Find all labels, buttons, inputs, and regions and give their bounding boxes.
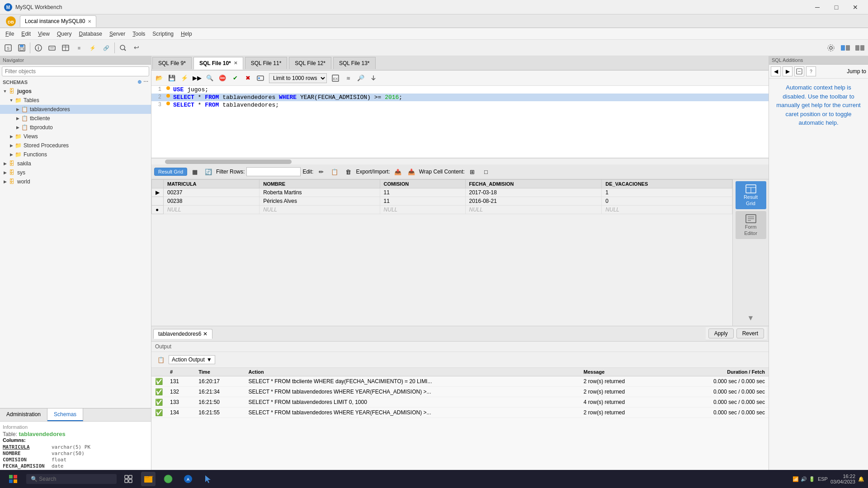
delete-row-btn[interactable]: 🗑 (342, 166, 354, 178)
tree-item-sys[interactable]: 🗄 sys (0, 168, 151, 177)
col-header-fecha[interactable]: FECHA_ADMISION (465, 180, 602, 188)
import-btn[interactable]: 📥 (406, 166, 417, 178)
rs-forward-btn[interactable]: ▶ (783, 66, 793, 76)
action-output-icon[interactable]: 📋 (155, 354, 167, 366)
taskbar-cursor-icon[interactable] (201, 472, 215, 486)
cell-comision-1[interactable]: 11 (380, 188, 465, 197)
sql-tab-12[interactable]: SQL File 12* (289, 57, 331, 69)
minimize-button[interactable]: ─ (808, 1, 826, 14)
side-panel-scroll-down[interactable]: ▼ (745, 312, 756, 324)
h-scrollbar[interactable] (151, 158, 769, 164)
cell-comision-3[interactable]: NULL (380, 206, 465, 214)
filter-input[interactable] (2, 66, 149, 76)
tree-item-tbcliente[interactable]: 📋 tbcliente (0, 114, 151, 123)
tree-item-sakila[interactable]: 🗄 sakila (0, 159, 151, 168)
cell-vacaciones-2[interactable]: 0 (602, 197, 732, 206)
cell-matricula-1[interactable]: 00237 (164, 188, 259, 197)
tree-item-stored-procs[interactable]: 📁 Stored Procedures (0, 141, 151, 150)
wrap-toggle-btn[interactable]: □ (480, 166, 492, 178)
col-header-comision[interactable]: COMISION (380, 180, 465, 188)
menu-tools[interactable]: Tools (129, 30, 149, 38)
network-icon[interactable]: 📶 (793, 476, 799, 482)
toolbar-column-btn[interactable]: ≡ (73, 42, 85, 54)
menu-edit[interactable]: Edit (18, 30, 34, 38)
cell-fecha-3[interactable]: NULL (465, 206, 602, 214)
sql-search-btn[interactable]: 🔍 (204, 72, 216, 84)
tree-item-functions[interactable]: 📁 Functions (0, 150, 151, 159)
cell-vacaciones-1[interactable]: 1 (602, 188, 732, 197)
tree-item-tables[interactable]: 📁 Tables (0, 96, 151, 105)
sql-open-folder-btn[interactable]: 📂 (153, 72, 165, 84)
sql-export-btn[interactable] (368, 72, 379, 84)
speaker-icon[interactable]: 🔊 (801, 476, 807, 482)
battery-icon[interactable]: 🔋 (809, 476, 815, 482)
tablavendedores-toggle[interactable] (14, 106, 21, 113)
sql-save-btn[interactable]: 💾 (166, 72, 178, 84)
taskbar-clock[interactable]: 16:22 03/04/2023 (830, 474, 855, 484)
cell-fecha-1[interactable]: 2017-03-18 (465, 188, 602, 197)
cell-matricula-2[interactable]: 00238 (164, 197, 259, 206)
toolbar-view-btn1[interactable] (839, 42, 852, 54)
toolbar-view-btn2[interactable] (854, 42, 866, 54)
cell-nombre-2[interactable]: Péricles Alves (259, 197, 380, 206)
col-header-matricula[interactable]: MATRICULA (164, 180, 259, 188)
cell-matricula-3[interactable]: NULL (164, 206, 259, 214)
tree-item-jugos[interactable]: 🗄 jugos (0, 87, 151, 96)
sql-tab-10-close-icon[interactable]: ✕ (234, 61, 237, 66)
h-scroll-thumb[interactable] (165, 160, 292, 164)
toolbar-settings-btn[interactable] (825, 42, 837, 54)
menu-help[interactable]: Help (177, 30, 196, 38)
toolbar-table-btn[interactable] (59, 42, 72, 54)
table-row[interactable]: 00238 Péricles Alves 11 2016-08-21 0 (152, 197, 732, 206)
functions-toggle[interactable] (8, 151, 14, 158)
instance-tab-close-icon[interactable]: ✕ (88, 19, 91, 24)
tree-item-tbproduto[interactable]: 📋 tbproduto (0, 123, 151, 132)
menu-file[interactable]: File (2, 30, 18, 38)
cell-nombre-3[interactable]: NULL (259, 206, 380, 214)
taskbar-browser[interactable] (161, 472, 175, 486)
sql-toggle-btn[interactable] (255, 72, 266, 84)
result-grid-side-btn[interactable]: Result Grid (736, 181, 766, 209)
sql-tab-10[interactable]: SQL File 10* ✕ (193, 57, 243, 70)
limit-rows-select[interactable]: Limit to 1000 rows (269, 73, 327, 83)
result-grid-tab[interactable]: Result Grid (154, 168, 187, 176)
toolbar-fk-btn[interactable]: 🔗 (100, 42, 113, 54)
rs-btn4[interactable]: ? (806, 66, 816, 76)
close-button[interactable]: ✕ (846, 1, 864, 14)
tree-item-world[interactable]: 🗄 world (0, 177, 151, 186)
tab-administration[interactable]: Administration (0, 408, 47, 421)
sql-explain-btn[interactable]: EX (330, 72, 341, 84)
table-row[interactable]: ▶ 00237 Roberta Martins 11 2017-03-18 1 (152, 188, 732, 197)
toolbar-search-btn[interactable] (117, 42, 129, 54)
rs-back-btn[interactable]: ◀ (771, 66, 781, 76)
sakila-toggle[interactable] (2, 160, 8, 167)
toolbar-new-schema-btn[interactable]: S (2, 42, 14, 54)
filter-rows-input[interactable] (246, 167, 301, 176)
sql-tab-11[interactable]: SQL File 11* (245, 57, 288, 69)
instance-tab[interactable]: Local instance MySQL80 ✕ (20, 15, 96, 27)
toolbar-schema-btn[interactable] (46, 42, 58, 54)
stored-procs-toggle[interactable] (8, 142, 14, 149)
cell-fecha-2[interactable]: 2016-08-21 (465, 197, 602, 206)
table-row[interactable]: ● NULL NULL NULL NULL NULL (152, 206, 732, 214)
start-button[interactable] (4, 471, 23, 487)
tree-item-tablavendedores[interactable]: 📋 tablavendedores (0, 105, 151, 114)
sql-stop-btn[interactable]: ⛔ (217, 72, 228, 84)
add-schema-icon[interactable]: ⊕ (137, 79, 142, 85)
taskbar-file-manager[interactable] (141, 472, 156, 486)
toolbar-index-btn[interactable]: ⚡ (86, 42, 99, 54)
result-grid-view-btn[interactable]: ▦ (189, 166, 201, 178)
copy-row-btn[interactable]: 📋 (329, 166, 340, 178)
toolbar-arrow-btn[interactable]: ↩ (130, 42, 143, 54)
result-grid-refresh-btn[interactable]: 🔄 (203, 166, 214, 178)
menu-view[interactable]: View (34, 30, 53, 38)
sql-editor-section[interactable]: 1 USE jugos; 2 SELECT * FROM tablavended… (151, 86, 769, 158)
sql-commit-btn[interactable]: ✔ (229, 72, 241, 84)
maximize-button[interactable]: □ (827, 1, 845, 14)
jugos-toggle[interactable] (2, 88, 8, 94)
views-toggle[interactable] (8, 133, 14, 140)
export-btn[interactable]: 📤 (392, 166, 404, 178)
notification-icon[interactable]: 🔔 (858, 476, 864, 482)
sql-rollback-btn[interactable]: ✖ (242, 72, 254, 84)
menu-query[interactable]: Query (53, 30, 75, 38)
